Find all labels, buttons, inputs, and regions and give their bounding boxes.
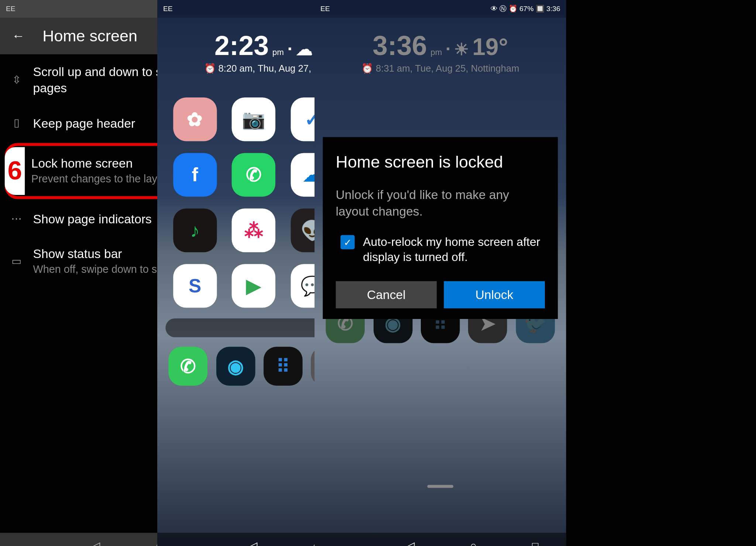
checkbox-icon[interactable]: ✓ bbox=[340, 235, 354, 249]
nav-keyboard-icon[interactable]: ⌄ bbox=[342, 539, 351, 546]
dots-icon: ⋯ bbox=[7, 212, 26, 225]
app-whatsapp[interactable]: ✆ bbox=[232, 153, 275, 196]
page-title: Home screen bbox=[42, 27, 137, 45]
nav-recent-icon[interactable]: □ bbox=[532, 540, 538, 546]
clock-ampm: pm bbox=[272, 47, 284, 57]
app-edge[interactable]: ◉ bbox=[216, 347, 255, 386]
app-spotify[interactable]: ♪ bbox=[173, 209, 217, 252]
carrier-label: EE bbox=[163, 5, 173, 13]
lock-dialog: Home screen is locked Unlock if you'd li… bbox=[323, 137, 558, 319]
drag-handle[interactable] bbox=[427, 485, 453, 488]
clock-time: 3:36 bbox=[372, 30, 427, 61]
nav-keyboard-icon[interactable]: ⌄ bbox=[28, 539, 37, 546]
app-camera[interactable]: 📷 bbox=[232, 97, 275, 141]
clock-widget: 3:36pm · ☀ 19° ⏰ 8:31 am, Tue, Aug 25, N… bbox=[315, 18, 566, 80]
header-icon: ▯ bbox=[7, 117, 26, 130]
dialog-message: Unlock if you'd like to make any layout … bbox=[336, 186, 545, 220]
clock-time: 2:23 bbox=[214, 30, 269, 61]
nav-bar: ⌄ ◁ ○ □ bbox=[315, 533, 566, 546]
app-facebook[interactable]: f bbox=[173, 153, 217, 196]
carrier-label: EE bbox=[6, 5, 16, 13]
unlock-button[interactable]: Unlock bbox=[444, 281, 545, 309]
dialog-title: Home screen is locked bbox=[336, 152, 545, 172]
app-photos[interactable]: ✿ bbox=[173, 97, 217, 141]
app-apps[interactable]: ⠿ bbox=[264, 347, 303, 386]
temperature: 19° bbox=[472, 34, 508, 60]
nav-keyboard-icon[interactable]: ⌄ bbox=[185, 539, 194, 546]
locked-home-panel: EE 👁 Ⓝ ⏰ 67% 🔲 3:36 3:36pm · ☀ 19° ⏰ 8:3… bbox=[315, 0, 566, 546]
nav-back-icon[interactable]: ◁ bbox=[249, 539, 257, 546]
status-icons: 👁 Ⓝ ⏰ 67% 🔲 3:36 bbox=[491, 4, 560, 14]
back-arrow-icon[interactable]: ← bbox=[12, 28, 25, 44]
app-slack[interactable]: ⁂ bbox=[232, 209, 275, 252]
nav-back-icon[interactable]: ◁ bbox=[406, 539, 415, 546]
clock-subtitle: ⏰ 8:31 am, Tue, Aug 25, Nottingham bbox=[320, 63, 560, 74]
scroll-icon: ⇳ bbox=[7, 73, 26, 86]
statusbar-icon: ▭ bbox=[7, 255, 26, 268]
clock-ampm: pm bbox=[430, 47, 442, 57]
app-play[interactable]: ▶ bbox=[232, 264, 275, 308]
nav-home-icon[interactable]: ○ bbox=[470, 540, 477, 546]
status-bar: EE 👁 Ⓝ ⏰ 67% 🔲 3:36 bbox=[315, 0, 566, 18]
checkbox-label: Auto-relock my home screen after display… bbox=[363, 234, 545, 265]
app-phone[interactable]: ✆ bbox=[169, 347, 208, 386]
weather-icon: ☁ bbox=[296, 40, 313, 59]
app-simplenote[interactable]: S bbox=[173, 264, 217, 308]
carrier-label: EE bbox=[320, 5, 330, 13]
step-number: 6 bbox=[5, 147, 25, 195]
dialog-checkbox-row[interactable]: ✓ Auto-relock my home screen after displ… bbox=[336, 234, 545, 265]
nav-back-icon[interactable]: ◁ bbox=[92, 539, 100, 546]
weather-icon: ☀ bbox=[454, 40, 469, 59]
cancel-button[interactable]: Cancel bbox=[336, 281, 437, 309]
